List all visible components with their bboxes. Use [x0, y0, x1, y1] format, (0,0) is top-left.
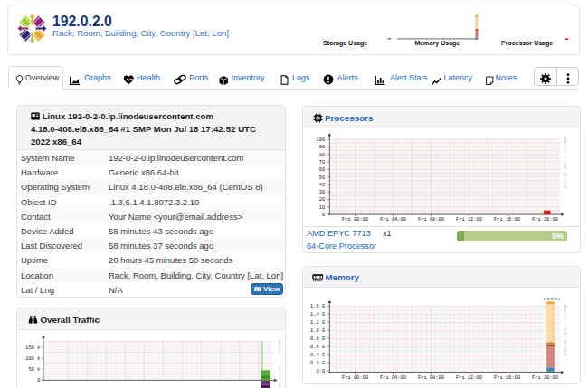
svg-text:40: 40 — [319, 183, 325, 188]
svg-text:70: 70 — [319, 160, 325, 166]
svg-text:Fri 00:00: Fri 00:00 — [342, 217, 368, 222]
svg-text:Fri 08:00: Fri 08:00 — [418, 375, 444, 381]
svg-text:Fri 00:00: Fri 00:00 — [342, 375, 368, 381]
svg-text:0.4 G: 0.4 G — [310, 353, 325, 358]
svg-text:1.0 G: 1.0 G — [310, 328, 325, 334]
svg-text:0: 0 — [322, 213, 325, 218]
svg-text:Fri 04:00: Fri 04:00 — [380, 375, 406, 381]
svg-text:20: 20 — [319, 197, 325, 203]
svg-text:Fri 08:00: Fri 08:00 — [418, 217, 444, 222]
svg-text:Fri 16:00: Fri 16:00 — [494, 217, 520, 222]
svg-text:100: 100 — [317, 137, 326, 143]
svg-text:0.2 G: 0.2 G — [310, 361, 325, 366]
svg-text:100 k: 100 k — [25, 356, 40, 362]
svg-text:1.2 G: 1.2 G — [310, 320, 325, 326]
svg-text:0.0: 0.0 — [317, 369, 326, 374]
svg-text:0.8 G: 0.8 G — [310, 336, 325, 342]
svg-text:90: 90 — [319, 145, 325, 150]
svg-text:80: 80 — [319, 153, 325, 158]
svg-text:30: 30 — [319, 190, 325, 195]
svg-text:150 k: 150 k — [25, 345, 40, 351]
svg-text:Fri 16:00: Fri 16:00 — [494, 375, 520, 381]
svg-text:10: 10 — [319, 205, 325, 211]
svg-text:60: 60 — [319, 167, 325, 173]
svg-text:RRDTOOL / TOBI OETIKER: RRDTOOL / TOBI OETIKER — [278, 340, 281, 388]
svg-text:0: 0 — [37, 378, 40, 383]
svg-text:1.4 G: 1.4 G — [310, 312, 325, 317]
svg-text:Fri 04:00: Fri 04:00 — [380, 217, 406, 222]
svg-text:50: 50 — [319, 175, 325, 181]
svg-text:Fri 20:00: Fri 20:00 — [532, 375, 558, 381]
svg-text:1.6 G: 1.6 G — [310, 304, 325, 309]
svg-text:50 k: 50 k — [29, 367, 41, 373]
svg-text:Fri 12:00: Fri 12:00 — [456, 375, 482, 381]
svg-text:Fri 12:00: Fri 12:00 — [456, 217, 482, 222]
svg-text:RRDTOOL / TOBI OETIKER: RRDTOOL / TOBI OETIKER — [564, 137, 567, 189]
svg-text:0.6 G: 0.6 G — [310, 345, 325, 350]
svg-text:Fri 20:00: Fri 20:00 — [532, 217, 558, 222]
svg-text:RRDTOOL / TOBI OETIKER: RRDTOOL / TOBI OETIKER — [564, 305, 567, 356]
